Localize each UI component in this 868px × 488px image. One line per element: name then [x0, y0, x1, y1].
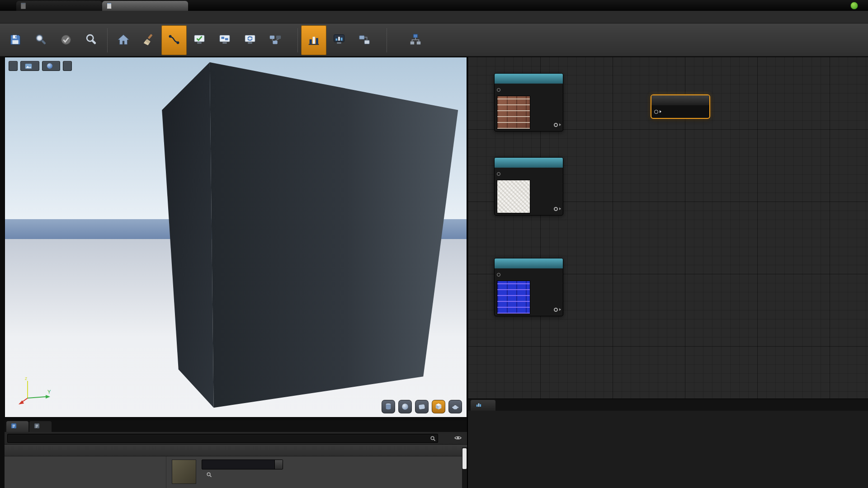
window-tab-bricks[interactable]: [102, 1, 188, 11]
details-scrollbar[interactable]: [462, 447, 467, 488]
apply-button[interactable]: [53, 25, 79, 55]
browse-to-asset-icon[interactable]: [206, 472, 212, 479]
scrollbar-thumb[interactable]: [462, 448, 467, 469]
input-pin[interactable]: [497, 270, 539, 279]
eye-icon: [454, 435, 462, 441]
material-pin-list: [651, 105, 709, 118]
parameter-defaults-tab-icon: [34, 423, 40, 430]
texture-sample-node-normal[interactable]: [494, 258, 563, 316]
chevron-down-icon: [274, 460, 283, 469]
toolbar-spacer: [390, 25, 403, 55]
pin-circle-icon: [554, 207, 558, 211]
cylinder-shape-button[interactable]: [382, 400, 395, 413]
hierarchy-button[interactable]: [403, 25, 428, 55]
home-button[interactable]: [111, 25, 136, 55]
asset-tools: [202, 472, 283, 479]
viewport-options-button[interactable]: [9, 61, 18, 71]
node-header[interactable]: [495, 258, 563, 268]
stats-panel: [468, 399, 868, 488]
phys-material-dropdown[interactable]: [202, 460, 283, 469]
pin-circle-icon: [554, 308, 558, 312]
live-update-button[interactable]: [237, 25, 263, 55]
plane-shape-button[interactable]: [415, 400, 429, 413]
viewport-controls: [9, 61, 72, 71]
stats-button[interactable]: [301, 25, 326, 55]
hide-unrelated-dropdown[interactable]: [288, 25, 294, 55]
view-mode-button[interactable]: [20, 61, 39, 71]
teapot-shape-button[interactable]: [448, 400, 462, 413]
pin-circle-icon: [654, 110, 658, 114]
input-pin[interactable]: [497, 85, 539, 94]
save-button[interactable]: [3, 25, 28, 55]
search-details-input[interactable]: [7, 434, 438, 443]
sphere-shape-button[interactable]: [398, 400, 412, 413]
stats-icon: [306, 33, 321, 47]
live-nodes-button[interactable]: [212, 25, 237, 55]
toolbar-separator: [387, 28, 387, 52]
toolbar-separator: [107, 28, 108, 52]
marketplace-icon[interactable]: [850, 2, 858, 9]
output-pin-list: [539, 270, 561, 314]
toolbar: [0, 23, 868, 57]
clean-up-icon: [141, 33, 156, 47]
output-pin-list: [539, 85, 561, 129]
texture-sample-node-plaster[interactable]: [494, 157, 563, 216]
output-pin[interactable]: [539, 305, 561, 314]
tab-stats[interactable]: [471, 400, 495, 411]
menu-bar: [0, 11, 868, 23]
pin-arrow-icon: [559, 123, 561, 126]
search-button[interactable]: [79, 25, 104, 55]
pin-arrow-icon: [559, 308, 561, 311]
material-graph-canvas[interactable]: [468, 57, 868, 399]
tab-details[interactable]: [6, 421, 28, 432]
hide-unrelated-icon: [268, 33, 283, 47]
tab-parameter-defaults[interactable]: [29, 421, 52, 432]
live-preview-icon: [192, 33, 207, 47]
toolbar-separator: [297, 28, 298, 52]
clean-up-button[interactable]: [136, 25, 161, 55]
preview-viewport[interactable]: z Y: [5, 57, 467, 418]
details-body: [5, 456, 467, 488]
texture-preview: [497, 180, 530, 213]
input-pin-list: [497, 270, 539, 279]
material-pin[interactable]: [651, 107, 709, 116]
lit-button[interactable]: [42, 61, 60, 71]
output-pin[interactable]: [539, 204, 561, 213]
gizmo-y-label: Y: [47, 389, 51, 394]
texture-sample-node-bricks[interactable]: [494, 73, 563, 131]
pin-arrow-icon: [559, 207, 561, 210]
input-pin[interactable]: [497, 169, 539, 178]
show-button[interactable]: [63, 61, 72, 71]
search-icon: [84, 33, 99, 47]
section-physical-material[interactable]: [5, 445, 467, 456]
preview-nodes-dropdown[interactable]: [377, 25, 383, 55]
hide-unrelated-button[interactable]: [263, 25, 288, 55]
window-tab-untitled[interactable]: [16, 1, 102, 11]
live-preview-button[interactable]: [187, 25, 212, 55]
main-area: z Y: [0, 57, 868, 488]
window-controls: [850, 0, 868, 11]
node-header[interactable]: [495, 158, 563, 168]
cube-shape-button[interactable]: [432, 400, 445, 413]
visibility-filter-button[interactable]: [453, 434, 463, 443]
pin-circle-icon: [497, 172, 500, 176]
asset-thumbnail[interactable]: [172, 460, 196, 484]
material-result-node[interactable]: [651, 94, 710, 119]
browse-icon: [33, 33, 48, 47]
connectors-button[interactable]: [161, 25, 187, 55]
node-header[interactable]: [651, 95, 709, 105]
platform-stats-button[interactable]: [326, 25, 352, 55]
node-header[interactable]: [495, 74, 563, 84]
output-pin[interactable]: [539, 120, 561, 129]
preview-nodes-icon: [357, 33, 372, 47]
details-tab-bar: [5, 420, 467, 432]
menu-item[interactable]: [4, 11, 14, 23]
hierarchy-dropdown[interactable]: [428, 25, 434, 55]
pin-circle-icon: [497, 273, 500, 277]
document-icon: [21, 3, 26, 9]
preview-nodes-button[interactable]: [352, 25, 377, 55]
texture-preview: [497, 96, 530, 129]
browse-button[interactable]: [28, 25, 53, 55]
grid-view-button[interactable]: [441, 434, 451, 443]
input-pin-list: [497, 169, 539, 178]
